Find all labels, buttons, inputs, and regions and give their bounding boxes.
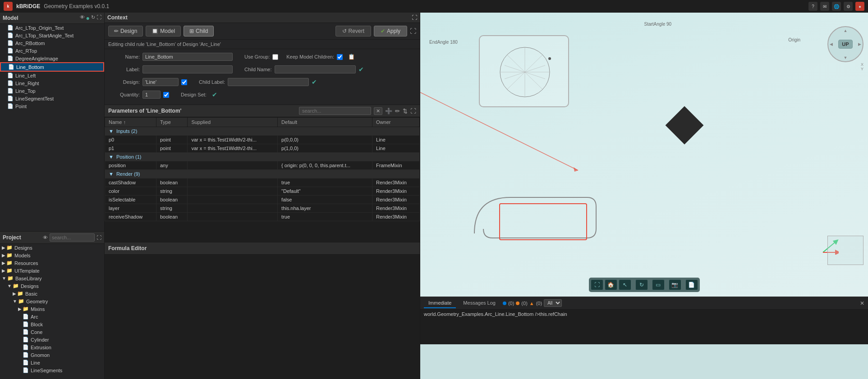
up-button[interactable]: UP [838, 40, 852, 49]
user-icon[interactable]: ● [855, 2, 864, 11]
design-input[interactable] [142, 78, 179, 86]
vp-select-icon[interactable]: ▭ [652, 279, 665, 290]
tree-item-line-left[interactable]: 📄 Line_Left [0, 72, 104, 79]
settings-icon[interactable]: ⚙ [844, 2, 853, 11]
tab-immediate[interactable]: Immediate [424, 298, 456, 308]
proj-models[interactable]: ▶ 📁 Models [0, 251, 104, 259]
proj-basic[interactable]: ▶ 📁 Basic [0, 290, 104, 297]
vp-orbit-icon[interactable]: ↻ [635, 279, 648, 290]
table-row[interactable]: castShadow boolean true Render3Mixin [105, 178, 420, 187]
quantity-checkbox[interactable] [163, 92, 169, 98]
label-input[interactable] [142, 65, 233, 73]
context-panel-title: Context [107, 14, 258, 21]
child-label-input[interactable] [228, 78, 309, 86]
model-expand-icon[interactable]: ⛶ [96, 14, 101, 22]
proj-uitemplate[interactable]: ▶ 📁 UITemplate [0, 267, 104, 274]
model-refresh-icon[interactable]: ↻ [91, 14, 95, 22]
model-eye-icon[interactable]: 👁 [80, 14, 85, 22]
section-render[interactable]: ▼Render (9) [105, 170, 420, 178]
tab-design[interactable]: ✏ Design [108, 26, 143, 37]
proj-cylinder[interactable]: ▶ 📄 Cylinder [0, 336, 104, 343]
params-edit-icon[interactable]: ✏ [395, 108, 400, 114]
tree-item-lineseg[interactable]: 📄 LineSegmentTest [0, 95, 104, 102]
3d-viewport[interactable]: StartAngle 90 EndAngle 180 Origin ▲ ▼ ◀ … [420, 13, 868, 379]
context-expand-icon[interactable]: ⛶ [412, 14, 417, 21]
table-row[interactable]: isSelectable boolean false Render3Mixin [105, 196, 420, 204]
name-input[interactable] [142, 53, 233, 61]
tree-item-line-bottom[interactable]: 📄 Line_Bottom [0, 62, 104, 72]
tree-item-arc-ltop-origin[interactable]: 📄 Arc_LTop_Origin_Text [0, 24, 104, 32]
vp-doc-icon[interactable]: 📄 [685, 279, 698, 290]
tree-item-line-right[interactable]: 📄 Line_Right [0, 79, 104, 87]
revert-button[interactable]: ↺ Revert [335, 26, 371, 37]
vp-home2-icon[interactable]: 🏠 [605, 279, 617, 290]
table-row[interactable]: color string "Default" Render3Mixin [105, 187, 420, 196]
model-circle-icon[interactable]: ● [86, 14, 90, 22]
child-name-toggle-icon[interactable]: ✔ [358, 66, 364, 73]
table-row[interactable]: layer string this.nha.layer Render3Mixin [105, 204, 420, 213]
use-group-checkbox[interactable] [272, 54, 278, 60]
params-sort-icon[interactable]: ⇅ [403, 108, 408, 114]
proj-baselibrary[interactable]: ▼ 📁 BaseLibrary [0, 274, 104, 282]
proj-geometry[interactable]: ▼ 📁 Geometry [0, 297, 104, 305]
proj-extrusion[interactable]: ▶ 📄 Extrusion [0, 343, 104, 351]
name-label: Name: [108, 54, 140, 59]
proj-block[interactable]: ▶ 📄 Block [0, 320, 104, 328]
params-add-icon[interactable]: ➕ [385, 108, 392, 114]
mail-icon[interactable]: ✉ [820, 2, 829, 11]
keep-model-checkbox[interactable] [337, 54, 343, 60]
project-search-input[interactable] [50, 233, 95, 242]
proj-mixins[interactable]: ▶ 📁 Mixins [0, 305, 104, 313]
proj-arc[interactable]: ▶ 📄 Arc [0, 313, 104, 320]
table-row[interactable]: p0 point var x = this.Test1Width/2-thi..… [105, 136, 420, 144]
proj-linesegments[interactable]: ▶ 📄 LineSegments [0, 366, 104, 374]
file-icon: 📄 [23, 329, 29, 335]
language-icon[interactable]: 🌐 [832, 2, 841, 11]
project-expand-icon[interactable]: ⛶ [96, 235, 101, 240]
proj-line[interactable]: ▶ 📄 Line [0, 359, 104, 366]
nav-cube[interactable]: ▲ ▼ ◀ ▶ UP X Y [827, 26, 863, 62]
params-clear-icon[interactable]: ✕ [374, 107, 382, 115]
table-row[interactable]: position any { origin: p(0, 0, 0, this.p… [105, 161, 420, 170]
immediate-close-icon[interactable]: ✕ [860, 300, 864, 306]
section-inputs[interactable]: ▼Inputs (2) [105, 127, 420, 136]
context-fullscreen-btn[interactable]: ⛶ [410, 27, 416, 35]
tree-item-arc-ltop-start[interactable]: 📄 Arc_LTop_StartAngle_Text [0, 32, 104, 39]
child-label-toggle-icon[interactable]: ✔ [312, 78, 317, 86]
proj-cone[interactable]: ▶ 📄 Cone [0, 328, 104, 336]
design-set-toggle-icon[interactable]: ✔ [212, 91, 217, 98]
log-dropdown[interactable]: All [544, 299, 562, 307]
tree-item-line-top[interactable]: 📄 Line_Top [0, 87, 104, 95]
tree-item-point[interactable]: 📄 Point [0, 102, 104, 110]
tab-messages-log[interactable]: Messages Log [459, 298, 500, 308]
tab-child[interactable]: ⊞ Child [184, 26, 214, 37]
proj-designs[interactable]: ▶ 📁 Designs [0, 244, 104, 251]
copy-icon[interactable]: 📋 [348, 54, 355, 60]
tree-item-arc-rtop[interactable]: 📄 Arc_RTop [0, 47, 104, 55]
quantity-input[interactable] [142, 91, 161, 99]
formula-editor-area[interactable] [105, 255, 420, 379]
file-icon: 📄 [23, 337, 29, 342]
immediate-content[interactable]: world.Geometry_Examples.Arc_Line.Line_Bo… [420, 310, 868, 344]
section-position[interactable]: ▼Position (1) [105, 153, 420, 161]
table-row[interactable]: receiveShadow boolean true Render3Mixin [105, 213, 420, 221]
tab-model[interactable]: 🔲 Model [146, 26, 181, 37]
table-row[interactable]: p1 point var x = this.Test1Width/2-thi..… [105, 144, 420, 153]
help-icon[interactable]: ? [808, 2, 817, 11]
proj-resources[interactable]: ▶ 📁 Resources [0, 259, 104, 267]
apply-button[interactable]: ✔ Apply [374, 26, 407, 37]
project-eye-icon[interactable]: 👁 [43, 235, 48, 240]
proj-gnomon[interactable]: ▶ 📄 Gnomon [0, 351, 104, 359]
params-search-input[interactable] [299, 107, 371, 115]
file-icon: 📄 [7, 103, 14, 109]
tree-item-arc-rbottom[interactable]: 📄 Arc_RBottom [0, 39, 104, 47]
design-checkbox[interactable] [181, 79, 187, 85]
tree-item-degree[interactable]: 📄 DegreeAngleImage [0, 55, 104, 62]
vp-cam-icon[interactable]: 📷 [669, 279, 681, 290]
proj-base-designs[interactable]: ▼ 📁 Designs [0, 282, 104, 290]
vp-cursor-icon[interactable]: ↖ [619, 279, 631, 290]
vp-home-icon[interactable]: ⛶ [591, 279, 603, 290]
child-name-input[interactable] [275, 65, 356, 73]
params-expand-icon[interactable]: ⛶ [410, 108, 416, 114]
file-icon: 📄 [7, 55, 14, 61]
